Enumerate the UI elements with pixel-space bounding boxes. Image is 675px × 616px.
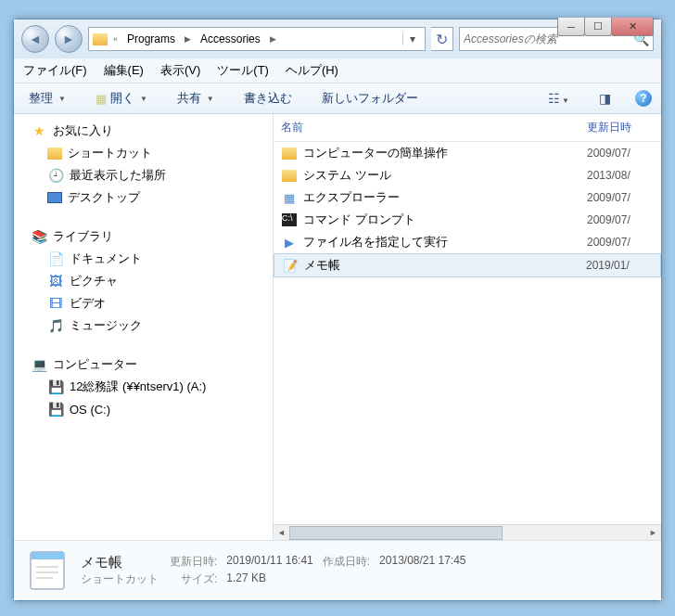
- content-pane: 名前 更新日時 コンピューターの簡単操作2009/07/システム ツール2013…: [274, 114, 661, 540]
- file-date: 2019/01/: [586, 259, 660, 272]
- newfolder-button[interactable]: 新しいフォルダー: [316, 87, 424, 109]
- file-name: エクスプローラー: [303, 189, 400, 206]
- computer-icon: 💻: [31, 356, 47, 373]
- nav-shortcuts[interactable]: ショートカット: [14, 142, 273, 164]
- file-icon: [281, 167, 298, 184]
- file-row[interactable]: ▦エクスプローラー2009/07/: [274, 186, 661, 209]
- address-dropdown[interactable]: ▾: [402, 32, 421, 45]
- picture-icon: 🖼: [47, 273, 64, 289]
- file-row[interactable]: ▶ファイル名を指定して実行2009/07/: [274, 231, 661, 253]
- file-icon: [281, 145, 298, 161]
- col-name[interactable]: 名前: [274, 120, 587, 135]
- music-icon: 🎵: [47, 317, 64, 334]
- menu-file[interactable]: ファイル(F): [23, 62, 87, 79]
- horizontal-scrollbar[interactable]: ◄ ►: [274, 524, 661, 540]
- toolbar: 整理▼ ▦開く▼ 共有▼ 書き込む 新しいフォルダー ☷▼ ◨ ?: [14, 83, 661, 114]
- nav-recent[interactable]: 🕘最近表示した場所: [14, 164, 273, 186]
- maximize-button[interactable]: ☐: [584, 18, 612, 36]
- close-button[interactable]: ✕: [611, 18, 654, 36]
- file-row[interactable]: 📝メモ帳2019/01/: [274, 253, 661, 277]
- nav-desktop[interactable]: デスクトップ: [14, 186, 273, 209]
- svg-rect-1: [31, 552, 64, 559]
- share-button[interactable]: 共有▼: [172, 87, 220, 109]
- scroll-left[interactable]: ◄: [274, 528, 289, 537]
- help-icon[interactable]: ?: [635, 90, 652, 107]
- column-headers: 名前 更新日時: [274, 114, 661, 142]
- drive-icon: 💾: [47, 401, 64, 417]
- label-created: 作成日時:: [323, 554, 370, 570]
- details-type: ショートカット: [81, 571, 159, 587]
- open-button[interactable]: ▦開く▼: [90, 87, 153, 109]
- scroll-thumb[interactable]: [289, 526, 503, 540]
- address-bar[interactable]: « Programs ▶ Accessories ▶ ▾: [88, 27, 426, 51]
- nav-favorites[interactable]: ★お気に入り: [14, 120, 273, 142]
- library-icon: 📚: [31, 228, 47, 245]
- menu-bar: ファイル(F) 編集(E) 表示(V) ツール(T) ヘルプ(H): [14, 58, 661, 83]
- nav-drive-a[interactable]: 💾12総務課 (¥¥ntserv1) (A:): [14, 376, 273, 398]
- nav-pictures[interactable]: 🖼ピクチャ: [14, 270, 273, 292]
- star-icon: ★: [31, 122, 47, 139]
- navigation-pane: ★お気に入り ショートカット 🕘最近表示した場所 デスクトップ 📚ライブラリ 📄…: [14, 114, 274, 540]
- file-icon: ▦: [281, 189, 298, 206]
- menu-help[interactable]: ヘルプ(H): [286, 62, 338, 79]
- document-icon: 📄: [47, 250, 64, 267]
- menu-view[interactable]: 表示(V): [160, 62, 200, 79]
- nav-documents[interactable]: 📄ドキュメント: [14, 248, 273, 270]
- file-date: 2009/07/: [587, 213, 661, 226]
- file-icon: ▶: [281, 234, 298, 250]
- chevron-icon[interactable]: ▶: [181, 34, 195, 44]
- preview-pane-button[interactable]: ◨: [593, 88, 617, 109]
- file-name: システム ツール: [303, 167, 391, 184]
- file-name: メモ帳: [304, 257, 340, 274]
- file-name: コンピューターの簡単操作: [303, 145, 448, 161]
- chevron-icon[interactable]: ▶: [266, 34, 280, 44]
- folder-icon: [47, 148, 62, 160]
- folder-icon: [93, 33, 108, 45]
- recent-icon: 🕘: [47, 167, 64, 184]
- col-date[interactable]: 更新日時: [587, 120, 661, 135]
- file-date: 2009/07/: [587, 191, 661, 204]
- file-date: 2009/07/: [587, 147, 661, 160]
- breadcrumb-programs[interactable]: Programs: [123, 32, 179, 45]
- explorer-window: ─ ☐ ✕ ◄ ► « Programs ▶ Accessories ▶ ▾ ↻…: [13, 19, 662, 601]
- video-icon: 🎞: [47, 295, 64, 312]
- file-date: 2009/07/: [587, 236, 661, 249]
- refresh-button[interactable]: ↻: [431, 27, 453, 51]
- notepad-icon: [25, 548, 70, 593]
- breadcrumb-accessories[interactable]: Accessories: [197, 32, 264, 45]
- drive-icon: 💾: [47, 379, 64, 395]
- file-name: ファイル名を指定して実行: [303, 234, 448, 250]
- details-name: メモ帳: [81, 554, 159, 571]
- file-row[interactable]: コンピューターの簡単操作2009/07/: [274, 142, 661, 164]
- file-list: コンピューターの簡単操作2009/07/システム ツール2013/08/▦エクス…: [274, 142, 661, 524]
- label-modified: 更新日時:: [170, 554, 217, 570]
- value-created: 2013/08/21 17:45: [379, 554, 465, 570]
- forward-button[interactable]: ►: [55, 25, 83, 53]
- file-name: コマンド プロンプト: [303, 212, 415, 228]
- nav-drive-c[interactable]: 💾OS (C:): [14, 398, 273, 420]
- view-mode-button[interactable]: ☷▼: [542, 88, 575, 109]
- organize-button[interactable]: 整理▼: [23, 87, 71, 109]
- value-size: 1.27 KB: [226, 571, 312, 587]
- file-date: 2013/08/: [587, 169, 661, 182]
- menu-tools[interactable]: ツール(T): [217, 62, 269, 79]
- file-icon: C:\: [281, 212, 298, 228]
- minimize-button[interactable]: ─: [557, 18, 585, 36]
- scroll-right[interactable]: ►: [645, 528, 661, 537]
- back-button[interactable]: ◄: [21, 25, 49, 53]
- breadcrumb-root[interactable]: «: [109, 34, 121, 44]
- nav-music[interactable]: 🎵ミュージック: [14, 314, 273, 337]
- menu-edit[interactable]: 編集(E): [104, 62, 144, 79]
- details-pane: メモ帳 ショートカット 更新日時: 2019/01/11 16:41 作成日時:…: [14, 540, 661, 600]
- nav-libraries[interactable]: 📚ライブラリ: [14, 225, 273, 248]
- label-size: サイズ:: [170, 571, 217, 587]
- burn-button[interactable]: 書き込む: [238, 87, 298, 109]
- file-icon: 📝: [282, 257, 299, 274]
- nav-videos[interactable]: 🎞ビデオ: [14, 292, 273, 314]
- file-row[interactable]: C:\コマンド プロンプト2009/07/: [274, 209, 661, 231]
- nav-computer[interactable]: 💻コンピューター: [14, 353, 273, 376]
- desktop-icon: [47, 192, 62, 203]
- file-row[interactable]: システム ツール2013/08/: [274, 164, 661, 186]
- value-modified: 2019/01/11 16:41: [226, 554, 312, 570]
